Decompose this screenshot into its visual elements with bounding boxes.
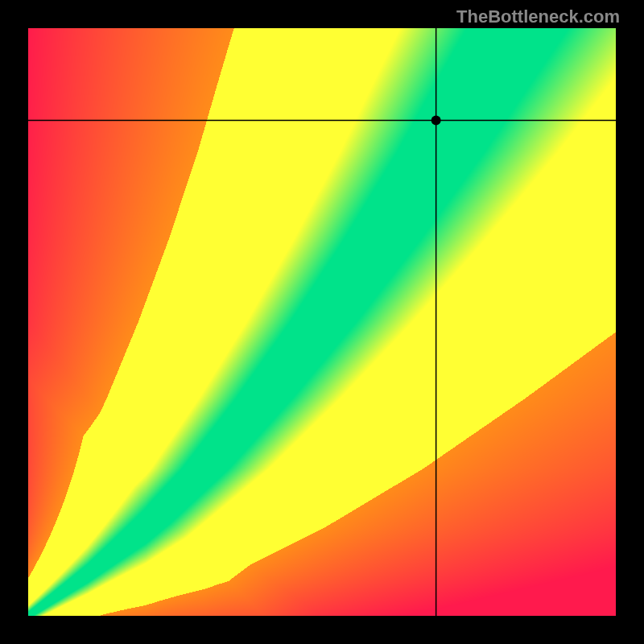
heatmap-canvas [28,28,616,616]
heatmap-plot [28,28,616,616]
attribution-text: TheBottleneck.com [456,6,620,27]
